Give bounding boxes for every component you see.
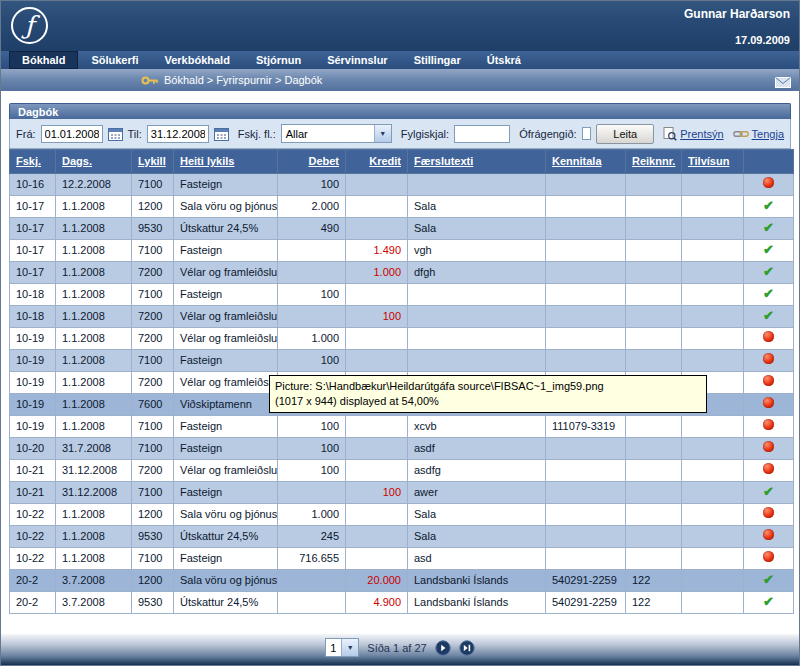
cell-kredit — [346, 196, 408, 218]
cell-dags: 1.1.2008 — [56, 306, 132, 328]
cell-texti: asd — [408, 548, 546, 570]
table-row[interactable]: 20-23.7.20081200Sala vöru og þjónust20.0… — [10, 570, 794, 592]
unfinished-label: Ófrágengið: — [519, 128, 576, 140]
cell-kredit: 100 — [346, 306, 408, 328]
app-window: ƒ Gunnar Harðarson 17.09.2009 BókhaldSöl… — [0, 0, 800, 666]
column-header-reiknnr[interactable]: Reiknnr. — [626, 150, 682, 174]
breadcrumb-bar: Bókhald > Fyrirspurnir > Dagbók — [1, 69, 799, 91]
cell-fskj: 10-19 — [10, 394, 56, 416]
column-header-heiti[interactable]: Heiti lykils — [174, 150, 278, 174]
attachment-label: Fylgiskjal: — [401, 128, 449, 140]
column-header-fskj[interactable]: Fskj. — [10, 150, 56, 174]
table-row[interactable]: 10-191.1.20087100Fasteign100 — [10, 350, 794, 372]
footer-bar: 1 ▼ Síða 1 af 27 — [1, 634, 799, 665]
cell-reiknnr — [626, 482, 682, 504]
posted-check-icon: ✔ — [763, 286, 774, 301]
column-header-kredit[interactable]: Kredit — [346, 150, 408, 174]
column-header-debet[interactable]: Debet — [278, 150, 346, 174]
table-row[interactable]: 10-221.1.20081200Sala vöru og þjónust1.0… — [10, 504, 794, 526]
table-row[interactable]: 10-221.1.20089530Útskattur 24,5%245Sala — [10, 526, 794, 548]
to-date-input[interactable] — [147, 125, 209, 143]
cell-fskj: 10-22 — [10, 548, 56, 570]
attachment-input[interactable] — [454, 125, 510, 143]
next-page-button[interactable] — [435, 640, 451, 656]
table-row[interactable]: 10-171.1.20087200Vélar og framleiðslu1.0… — [10, 262, 794, 284]
cell-debet — [278, 570, 346, 592]
cell-heiti: Útskattur 24,5% — [174, 592, 278, 614]
cell-dags: 3.7.2008 — [56, 570, 132, 592]
cell-kredit — [346, 438, 408, 460]
link-entries-link[interactable]: Tengja — [733, 128, 784, 140]
cell-reiknnr — [626, 350, 682, 372]
cell-dags: 1.1.2008 — [56, 416, 132, 438]
table-row[interactable]: 10-171.1.20081200Sala vöru og þjónust2.0… — [10, 196, 794, 218]
page-select[interactable]: 1 ▼ — [325, 638, 359, 657]
cell-kennitala — [546, 306, 626, 328]
table-row[interactable]: 10-191.1.20087100Fasteign100xcvb111079-3… — [10, 416, 794, 438]
posted-check-icon: ✔ — [763, 308, 774, 323]
cell-fskj: 20-2 — [10, 570, 56, 592]
nav-item-tskr[interactable]: Útskrá — [474, 51, 534, 69]
from-date-input[interactable] — [41, 125, 103, 143]
magnifier-page-icon — [663, 127, 677, 141]
cell-texti: vgh — [408, 240, 546, 262]
table-row[interactable]: 10-221.1.20087100Fasteign716.655asd — [10, 548, 794, 570]
cell-tilvisun — [682, 240, 744, 262]
top-header: ƒ Gunnar Harðarson 17.09.2009 — [1, 1, 799, 51]
cell-heiti: Fasteign — [174, 416, 278, 438]
cell-tilvisun — [682, 350, 744, 372]
table-header-row: Fskj.Dags.LykillHeiti lykilsDebetKreditF… — [10, 150, 794, 174]
nav-item-stillingar[interactable]: Stillingar — [401, 51, 474, 69]
envelope-icon[interactable] — [775, 74, 791, 92]
calendar-icon[interactable] — [214, 126, 229, 141]
toolbar-right-cluster: Leita Prentsýn — [596, 124, 784, 144]
table-row[interactable]: 10-191.1.20087200Vélar og framleiðslu1.0… — [10, 328, 794, 350]
nav-item-b-khald[interactable]: Bókhald — [9, 51, 78, 69]
cell-kennitala: 540291-2259 — [546, 592, 626, 614]
nav-item-stj-rnun[interactable]: Stjórnun — [243, 51, 314, 69]
unfinished-checkbox[interactable] — [582, 127, 592, 140]
column-header-texti[interactable]: Færslutexti — [408, 150, 546, 174]
breadcrumb: Bókhald > Fyrirspurnir > Dagbók — [164, 74, 322, 86]
table-row[interactable]: 20-23.7.20089530Útskattur 24,5%4.900Land… — [10, 592, 794, 614]
nav-item-s-lukerfi[interactable]: Sölukerfi — [78, 51, 151, 69]
cell-dags: 1.1.2008 — [56, 240, 132, 262]
table-row[interactable]: 10-171.1.20089530Útskattur 24,5%490Sala✔ — [10, 218, 794, 240]
column-header-lykill[interactable]: Lykill — [132, 150, 174, 174]
table-row[interactable]: 10-171.1.20087100Fasteign1.490vgh✔ — [10, 240, 794, 262]
cell-kennitala — [546, 218, 626, 240]
table-row[interactable]: 10-181.1.20087200Vélar og framleiðslu100… — [10, 306, 794, 328]
table-row[interactable]: 10-2131.12.20087200Vélar og framleiðslu1… — [10, 460, 794, 482]
table-row[interactable]: 10-181.1.20087100Fasteign100✔ — [10, 284, 794, 306]
cell-kennitala — [546, 284, 626, 306]
last-page-button[interactable] — [459, 640, 475, 656]
cell-lykill: 7200 — [132, 460, 174, 482]
cell-fskj: 10-16 — [10, 174, 56, 196]
status-cell — [744, 438, 794, 460]
cell-kredit — [346, 504, 408, 526]
link-entries-label: Tengja — [752, 128, 784, 140]
table-row[interactable]: 10-2031.7.20087100Fasteign100asdf — [10, 438, 794, 460]
table-row[interactable]: 10-1612.2.20087100Fasteign100 — [10, 174, 794, 196]
doc-class-select[interactable]: Allar ▼ — [281, 124, 392, 143]
calendar-icon[interactable] — [108, 126, 123, 141]
column-header-status — [744, 150, 794, 174]
unposted-dot-icon — [763, 463, 774, 474]
column-header-tilvisun[interactable]: Tilvísun — [682, 150, 744, 174]
cell-fskj: 10-17 — [10, 262, 56, 284]
cell-tilvisun — [682, 570, 744, 592]
cell-kredit: 100 — [346, 482, 408, 504]
cell-lykill: 9530 — [132, 526, 174, 548]
cell-debet — [278, 306, 346, 328]
cell-texti: Sala — [408, 526, 546, 548]
print-preview-link[interactable]: Prentsýn — [663, 127, 723, 141]
column-header-dags[interactable]: Dags. — [56, 150, 132, 174]
table-row[interactable]: 10-2131.12.20087100Fasteign100awer✔ — [10, 482, 794, 504]
doc-class-value: Allar — [282, 128, 374, 140]
cell-reiknnr — [626, 526, 682, 548]
cell-fskj: 10-17 — [10, 240, 56, 262]
column-header-kennitala[interactable]: Kennitala — [546, 150, 626, 174]
nav-item-verkb-khald[interactable]: Verkbókhald — [151, 51, 242, 69]
search-button[interactable]: Leita — [596, 124, 654, 144]
nav-item-s-rvinnslur[interactable]: Sérvinnslur — [314, 51, 401, 69]
